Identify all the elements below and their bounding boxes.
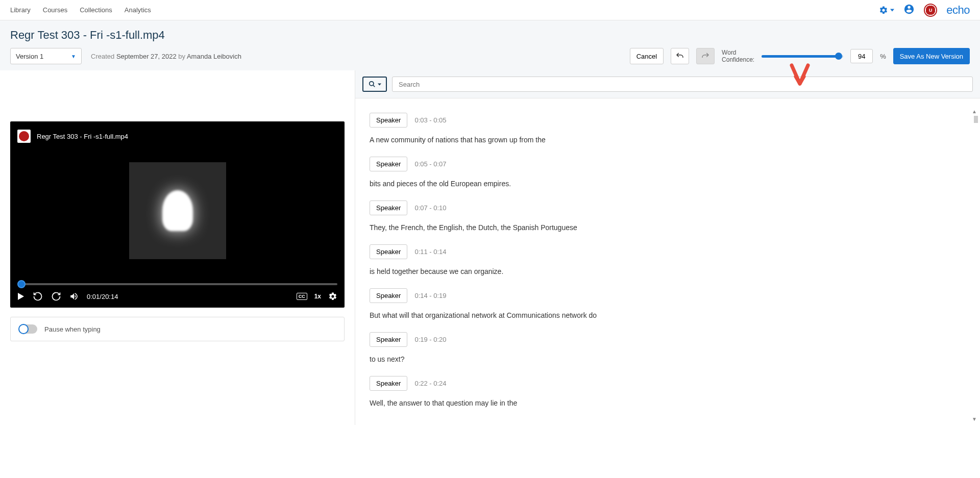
nav-right: U echo [879,4,970,17]
speaker-button[interactable]: Speaker [370,244,407,259]
transcript-segment: Speaker0:07 - 0:10They, the French, the … [370,200,966,233]
nav-links: Library Courses Collections Analytics [10,6,151,14]
caret-down-icon [378,83,381,86]
video-content [162,190,193,231]
svg-line-1 [373,85,375,87]
left-column: Regr Test 303 - Fri -s1-full.mp4 [0,70,355,425]
scrollbar-thumb[interactable] [974,116,978,123]
video-time: 0:01/20:14 [87,293,118,300]
header-row: Version 1 ▼ Created September 27, 2022 b… [10,48,970,64]
slider-thumb[interactable] [835,53,842,60]
nav-collections[interactable]: Collections [80,6,112,14]
controls-left: 0:01/20:14 [17,291,118,301]
speed-button[interactable]: 1x [314,293,321,300]
segment-time: 0:22 - 0:24 [414,380,446,387]
speaker-button[interactable]: Speaker [370,200,407,215]
segment-text[interactable]: to us next? [370,354,966,365]
speaker-button[interactable]: Speaker [370,288,407,303]
transcript-segment: Speaker0:19 - 0:20to us next? [370,332,966,365]
cc-button[interactable]: CC [297,293,307,300]
pause-toggle[interactable] [19,324,37,334]
confidence-slider[interactable] [762,52,843,60]
speaker-button[interactable]: Speaker [370,113,407,128]
nav-library[interactable]: Library [10,6,31,14]
confidence-label: Word Confidence: [722,49,754,64]
segment-text[interactable]: is held together because we can organize… [370,266,966,277]
settings-button[interactable] [328,292,337,301]
segment-time: 0:19 - 0:20 [414,336,446,343]
nav-analytics[interactable]: Analytics [125,6,151,14]
search-icon [369,81,376,88]
right-column: ▲ Speaker0:03 - 0:05A new community of n… [355,70,980,425]
segment-time: 0:11 - 0:14 [414,248,446,256]
pause-when-typing-box: Pause when typing [10,317,345,341]
segment-header: Speaker0:14 - 0:19 [370,288,966,303]
video-progress[interactable] [17,283,337,285]
version-select[interactable]: Version 1 ▼ [10,48,82,64]
caret-down-icon [890,8,894,12]
version-label: Version 1 [16,53,43,60]
segment-text[interactable]: Well, the answer to that question may li… [370,398,966,409]
speaker-button[interactable]: Speaker [370,376,407,391]
undo-button[interactable] [671,48,689,64]
transcript-segment: Speaker0:22 - 0:24Well, the answer to th… [370,376,966,409]
rewind-button[interactable] [33,291,43,301]
progress-thumb[interactable] [17,280,26,288]
search-input[interactable] [392,77,973,92]
search-type-dropdown[interactable] [362,77,387,92]
segment-text[interactable]: They, the French, the English, the Dutch… [370,222,966,233]
created-by: Amanda Leibovich [187,53,241,60]
scroll-up-icon[interactable]: ▲ [972,109,977,114]
cancel-button[interactable]: Cancel [630,48,664,64]
segment-header: Speaker0:05 - 0:07 [370,157,966,171]
segment-text[interactable]: A new community of nations that has grow… [370,135,966,145]
settings-dropdown[interactable] [879,6,894,15]
save-button[interactable]: Save As New Version [893,48,970,64]
redo-button[interactable] [696,48,715,64]
created-date: September 27, 2022 [116,53,177,60]
volume-button[interactable] [69,292,79,301]
confidence-label-1: Word [722,49,754,56]
scroll-down-icon[interactable]: ▼ [972,416,977,422]
transcript-segment: Speaker0:03 - 0:05A new community of nat… [370,113,966,145]
segment-text[interactable]: But what will that organizational networ… [370,310,966,321]
volume-icon [69,292,79,301]
header-left: Version 1 ▼ Created September 27, 2022 b… [10,48,241,64]
caret-down-icon: ▼ [71,54,76,59]
video-logo [17,130,31,143]
play-icon [17,293,24,300]
video-player[interactable]: Regr Test 303 - Fri -s1-full.mp4 [10,121,345,308]
rewind-icon [33,291,43,301]
segment-time: 0:05 - 0:07 [414,160,446,168]
transcript-segment: Speaker0:14 - 0:19But what will that org… [370,288,966,321]
segment-header: Speaker0:11 - 0:14 [370,244,966,259]
segment-time: 0:14 - 0:19 [414,292,446,299]
forward-button[interactable] [51,291,61,301]
nav-courses[interactable]: Courses [43,6,67,14]
confidence-label-2: Confidence: [722,56,754,63]
pause-label: Pause when typing [44,325,101,333]
top-nav: Library Courses Collections Analytics U … [0,0,980,20]
video-header: Regr Test 303 - Fri -s1-full.mp4 [17,130,128,143]
segment-header: Speaker0:22 - 0:24 [370,376,966,391]
segment-text[interactable]: bits and pieces of the old European empi… [370,179,966,189]
transcript-segment: Speaker0:11 - 0:14is held together becau… [370,244,966,277]
gear-icon [328,292,337,301]
created-text: Created September 27, 2022 by Amanda Lei… [91,53,241,60]
slider-fill [762,55,838,58]
speaker-button[interactable]: Speaker [370,157,407,171]
speaker-button[interactable]: Speaker [370,332,407,347]
brand-logo[interactable]: echo [946,4,970,17]
transcript-panel[interactable]: ▲ Speaker0:03 - 0:05A new community of n… [355,98,980,425]
video-controls: 0:01/20:14 CC 1x [17,291,337,301]
video-frame [129,162,226,259]
forward-icon [51,291,61,301]
redo-icon [701,52,710,61]
org-logo[interactable]: U [924,4,937,17]
play-button[interactable] [17,293,24,300]
confidence-input[interactable] [850,49,873,63]
search-row [355,70,980,98]
account-button[interactable] [903,4,915,16]
transcript-segment: Speaker0:05 - 0:07bits and pieces of the… [370,157,966,189]
segment-header: Speaker0:03 - 0:05 [370,113,966,128]
